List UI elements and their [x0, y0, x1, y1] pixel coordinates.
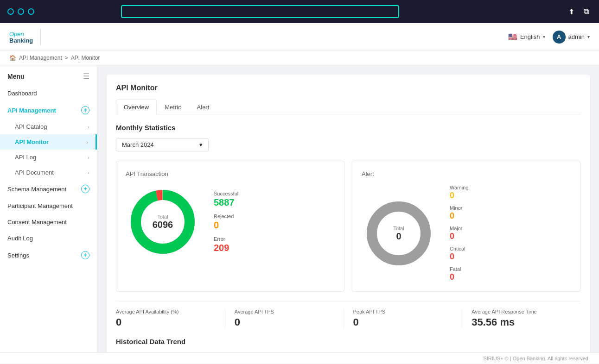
tab-alert[interactable]: Alert — [189, 100, 217, 114]
logo: Open Banking — [9, 31, 33, 44]
main-layout: Menu ☰ Dashboard API Management + API Ca… — [0, 65, 599, 352]
alert-card: Alert Total 0 — [352, 161, 580, 292]
add-icon[interactable]: + — [81, 106, 89, 114]
metric-avg-tps-value: 0 — [235, 316, 334, 328]
browser-dot-2[interactable] — [18, 8, 24, 15]
sidebar-item-api-management[interactable]: API Management + — [0, 101, 97, 119]
sidebar-item-label: Dashboard — [7, 90, 37, 97]
donut-chart-alert: Total 0 — [362, 196, 436, 270]
upload-icon[interactable]: ⬆ — [567, 6, 577, 17]
historical-title: Historical Data Trend — [116, 338, 580, 345]
sidebar-item-dashboard[interactable]: Dashboard — [0, 85, 97, 101]
sidebar-item-consent-management[interactable]: Consent Management — [0, 214, 97, 230]
section-title-monthly: Monthly Statistics — [116, 124, 580, 132]
content-card: API Monitor Overview Metric Alert Monthl… — [107, 75, 590, 352]
metric-avg-response-label: Average API Response Time — [472, 309, 571, 314]
alert-donut-label: Total 0 — [393, 226, 404, 242]
window-icon[interactable]: ⧉ — [581, 6, 592, 17]
sidebar-item-label: Consent Management — [7, 219, 67, 226]
metric-avg-tps-label: Average API TPS — [235, 309, 334, 314]
sidebar-item-api-monitor[interactable]: API Monitor › — [0, 134, 97, 150]
metric-peak-tps-label: Peak API TPS — [353, 309, 453, 314]
alert-legend: Warning 0 Minor 0 Major 0 — [450, 185, 469, 282]
alert-critical-label: Critical — [450, 246, 469, 251]
content-area: API Monitor Overview Metric Alert Monthl… — [97, 65, 599, 352]
sidebar-header: Menu ☰ — [0, 65, 97, 85]
stats-row: API Transaction — [116, 161, 580, 292]
alert-critical-value: 0 — [450, 252, 469, 262]
sidebar-sub-label: API Catalog — [15, 123, 47, 130]
donut-total-value: 6096 — [153, 220, 173, 230]
sidebar-item-api-catalog[interactable]: API Catalog › — [0, 119, 97, 134]
legend-error-label: Error — [214, 236, 238, 242]
alert-legend-minor: Minor 0 — [450, 205, 469, 221]
legend-successful-label: Successful — [214, 191, 238, 196]
alert-total-label: Total — [393, 226, 404, 231]
sidebar-menu-title: Menu — [7, 73, 25, 80]
alert-warning-label: Warning — [450, 185, 469, 190]
user-name: admin — [568, 33, 585, 40]
breadcrumb-home-icon: 🏠 — [9, 55, 16, 61]
alert-fatal-value: 0 — [450, 272, 469, 282]
alert-title: Alert — [362, 170, 571, 177]
chart-area: Total 6096 Successful 5887 Rejected — [126, 185, 335, 259]
metric-avg-availability: Average API Availability (%) 0 — [116, 309, 225, 328]
breadcrumb: 🏠 API Management > API Monitor — [0, 51, 599, 65]
chevron-right-icon: › — [88, 124, 89, 130]
metric-avg-response-value: 35.56 ms — [472, 316, 571, 328]
add-icon[interactable]: + — [81, 251, 89, 259]
tabs: Overview Metric Alert — [116, 100, 580, 114]
sidebar-menu-icon[interactable]: ☰ — [83, 72, 89, 81]
sidebar-item-settings[interactable]: Settings + — [0, 246, 97, 264]
sidebar: Menu ☰ Dashboard API Management + API Ca… — [0, 65, 97, 352]
legend-error-value: 209 — [214, 243, 238, 253]
alert-major-value: 0 — [450, 232, 469, 241]
transaction-legend: Successful 5887 Rejected 0 Error 209 — [214, 191, 238, 253]
donut-label: Total 6096 — [153, 214, 173, 230]
sidebar-item-api-document[interactable]: API Document › — [0, 165, 97, 180]
metric-avg-tps: Average API TPS 0 — [225, 309, 344, 328]
flag-icon: 🇺🇸 — [508, 32, 517, 41]
legend-error: Error 209 — [214, 236, 238, 253]
browser-bar: ⬆ ⧉ — [0, 0, 599, 23]
tab-metric[interactable]: Metric — [157, 100, 189, 114]
footer-text: SIRIUS+ © | Open Banking. All rights res… — [483, 356, 590, 361]
sidebar-item-schema-management[interactable]: Schema Management + — [0, 180, 97, 198]
metric-peak-tps-value: 0 — [353, 316, 453, 328]
app-footer: SIRIUS+ © | Open Banking. All rights res… — [0, 352, 599, 364]
sidebar-item-label: Settings — [7, 252, 29, 259]
legend-rejected-label: Rejected — [214, 213, 238, 219]
alert-major-label: Major — [450, 226, 469, 231]
sidebar-item-api-log[interactable]: API Log › — [0, 150, 97, 165]
browser-dots — [7, 8, 34, 15]
sidebar-item-audit-log[interactable]: Audit Log — [0, 230, 97, 246]
sidebar-sub-label: API Monitor — [15, 138, 49, 145]
sidebar-item-participant-management[interactable]: Participant Management — [0, 198, 97, 214]
address-bar[interactable] — [121, 5, 399, 18]
api-transaction-title: API Transaction — [126, 170, 335, 177]
browser-dot-3[interactable] — [28, 8, 34, 15]
browser-actions: ⬆ ⧉ — [567, 6, 592, 17]
sidebar-sub-label: API Log — [15, 154, 36, 161]
tab-overview[interactable]: Overview — [116, 100, 157, 114]
language-selector[interactable]: 🇺🇸 English ▾ — [508, 32, 545, 41]
metrics-row: Average API Availability (%) 0 Average A… — [116, 301, 580, 328]
browser-dot-1[interactable] — [7, 8, 14, 15]
add-icon[interactable]: + — [81, 185, 89, 193]
api-transaction-card: API Transaction — [116, 161, 344, 292]
alert-fatal-label: Fatal — [450, 266, 469, 272]
donut-chart-transaction: Total 6096 — [126, 185, 200, 259]
alert-minor-value: 0 — [450, 211, 469, 221]
legend-successful-value: 5887 — [214, 197, 238, 208]
sidebar-item-right: + — [81, 106, 89, 114]
month-selector[interactable]: March 2024 ▾ — [116, 138, 209, 151]
legend-rejected-value: 0 — [214, 220, 238, 231]
breadcrumb-parent[interactable]: API Management — [19, 55, 62, 61]
metric-avg-availability-value: 0 — [116, 316, 216, 328]
donut-total-label: Total — [153, 214, 173, 220]
user-selector[interactable]: A admin ▾ — [553, 31, 590, 44]
month-selector-chevron-icon: ▾ — [199, 141, 203, 148]
alert-chart-area: Total 0 Warning 0 Minor — [362, 185, 571, 282]
language-chevron-icon: ▾ — [543, 34, 545, 39]
page-title: API Monitor — [116, 84, 580, 92]
